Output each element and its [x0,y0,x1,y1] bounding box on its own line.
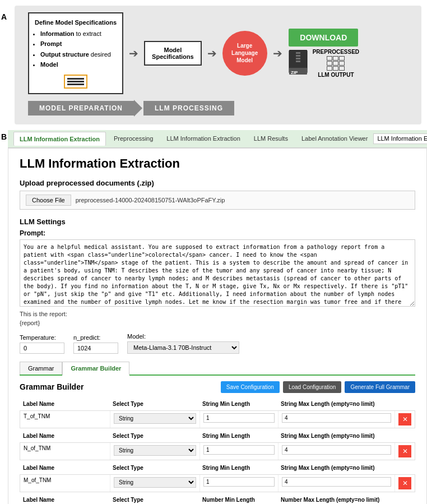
svg-rect-4 [296,55,300,57]
remove-m-tnm-button[interactable]: ✕ [398,477,411,489]
grammar-row-n-tnm: N_of_TNM StringNumberCategories ✕ [20,442,415,460]
grammar-builder-header: Grammar Builder Save Configuration Load … [20,381,415,393]
temperature-group: Temperature: [20,334,64,354]
load-configuration-button[interactable]: Load Configuration [283,381,342,393]
label-t-tnm: T_of_TNM [20,411,110,428]
temperature-label: Temperature: [20,334,64,341]
min-t-tnm [199,411,278,428]
grammar-header-row-2: Label Name Select Type String Min Length… [20,431,415,441]
arrow-1: ➔ [129,47,138,60]
grammar-header-row-1: Label Name Select Type String Min Length… [20,399,415,409]
model-spec-box: Model Specifications [144,41,202,66]
svg-rect-6 [296,61,300,62]
llm-settings-title: LLM Settings [20,218,415,226]
model-label: Model: [127,333,239,340]
nav-tabs: LLM Information Extraction Preprocessing… [13,132,373,146]
remove-n-tnm-button[interactable]: ✕ [398,445,411,457]
spec-box: Define Model Specifications Information … [28,12,123,94]
llm-settings: LLM Settings Prompt: You are a helpful m… [20,218,415,326]
spec-item-2: Prompt [40,39,117,49]
spec-item-4: Model [40,60,117,70]
prompt-label: Prompt: [20,229,415,237]
prompt-icon [64,75,87,89]
n-predict-group: n_predict: [73,334,118,354]
grammar-header-row-4: Label Name Select Type Number Min Length… [20,494,415,504]
save-configuration-button[interactable]: Save Configuration [221,381,280,393]
type-select-n-tnm[interactable]: StringNumberCategories [114,445,196,456]
choose-file-button[interactable]: Choose File [26,195,71,206]
generate-full-grammar-button[interactable]: Generate Full Grammar [345,381,415,393]
preprocessed-label: PREPROCESSED [313,49,359,55]
col-min-length: String Min Length [199,399,277,409]
arrow-2: ➔ [207,47,217,60]
remove-t-tnm-cell: ✕ [394,411,415,428]
type-t-tnm: StringNumberCategories [110,411,199,428]
section-a-label: A [1,12,7,21]
max-input-n-tnm[interactable] [282,445,391,455]
spec-box-title: Define Model Specifications [35,18,117,28]
tab-llm-results[interactable]: LLM Results [248,132,294,146]
page-title: LLM Information Extraction [20,156,415,171]
download-button[interactable]: DOWNLOAD [289,29,358,47]
tab-llm-information-extraction-2[interactable]: LLM Information Extraction [161,132,245,146]
section-a: Define Model Specifications Information … [15,6,421,124]
download-area: DOWNLOAD ZIP [288,29,359,78]
spec-item-1: Information to extract [40,29,117,39]
svg-text:ZIP: ZIP [291,70,298,75]
nav-dropdown[interactable]: LLM Information Extraction ▾ [373,133,427,144]
zip-icon: ZIP [288,50,308,77]
grammar-header-row-3: Label Name Select Type String Min Length… [20,463,415,473]
n-predict-label: n_predict: [73,334,118,341]
min-input-n-tnm[interactable] [203,445,275,455]
label-m-tnm: M_of_TNM [20,475,110,492]
col-max-length: String Max Length (empty=no limit) [277,399,395,409]
tab-preprocessing[interactable]: Preprocessing [108,132,159,146]
grammar-btn-group: Save Configuration Load Configuration Ge… [221,381,415,393]
llm-box: LargeLanguageModel [222,31,267,76]
section-b: B LLM Information Extraction Preprocessi… [0,130,427,504]
svg-rect-3 [296,52,300,54]
grammar-row-m-tnm: M_of_TNM StringNumberCategories ✕ [20,474,415,492]
model-group: Model: Meta-Llama-3.1 70B-Instruct GPT-4… [127,333,239,354]
table-icon [327,56,345,71]
max-t-tnm [278,411,394,428]
params-row: Temperature: n_predict: Model: Meta-Llam… [20,333,415,354]
step-model-preparation: MODEL PREPARATION [28,101,134,115]
svg-rect-5 [296,58,300,59]
col-action [395,399,415,409]
model-select[interactable]: Meta-Llama-3.1 70B-Instruct GPT-4 GPT-3.… [127,341,239,354]
min-input-t-tnm[interactable] [203,413,275,423]
file-name: preprocessed-14000-202408150751-WAlt3oPF… [76,197,225,204]
step-llm-processing: LLM PROCESSING [143,101,234,115]
tab-grammar[interactable]: Grammar [20,362,62,374]
max-input-t-tnm[interactable] [282,413,391,423]
remove-t-tnm-button[interactable]: ✕ [398,413,411,426]
grammar-row-t-tnm: T_of_TNM StringNumberCategories ✕ [20,410,415,428]
n-predict-input[interactable] [73,343,118,354]
type-select-t-tnm[interactable]: StringNumberCategories [114,413,196,424]
llm-output-label: LLM OUTPUT [318,72,354,78]
col-select-type: Select Type [109,399,199,409]
spec-item-3: Output structure desired [40,50,117,60]
grammar-builder-section: Grammar Builder Save Configuration Load … [20,381,415,504]
upload-section-title: Upload preprocessed documents (.zip) [20,179,415,187]
min-input-m-tnm[interactable] [203,477,275,487]
tab-llm-information-extraction[interactable]: LLM Information Extraction [13,132,106,146]
nav-bar: LLM Information Extraction Preprocessing… [8,130,427,148]
label-n-tnm: N_of_TNM [20,443,110,460]
main-content: LLM Information Extraction Upload prepro… [8,148,427,504]
temperature-input[interactable] [20,343,64,354]
arrow-3: ➔ [273,47,282,60]
step-arrow [134,100,142,117]
prompt-textarea[interactable]: You are a helpful medical assistant. You… [20,239,415,307]
report-line-2: {report} [20,320,415,326]
tab-label-annotation-viewer[interactable]: Label Annotation Viewer [296,132,373,146]
grammar-builder-title: Grammar Builder [20,382,83,391]
type-select-m-tnm[interactable]: StringNumberCategories [114,477,196,488]
llm-label: LargeLanguageModel [231,42,258,64]
grammar-tabs: Grammar Grammar Builder [20,362,415,376]
max-input-m-tnm[interactable] [282,477,391,487]
tab-grammar-builder[interactable]: Grammar Builder [62,362,129,376]
file-upload-area: Choose File preprocessed-14000-202408150… [20,191,415,210]
report-line-1: This is the report: [20,311,415,317]
